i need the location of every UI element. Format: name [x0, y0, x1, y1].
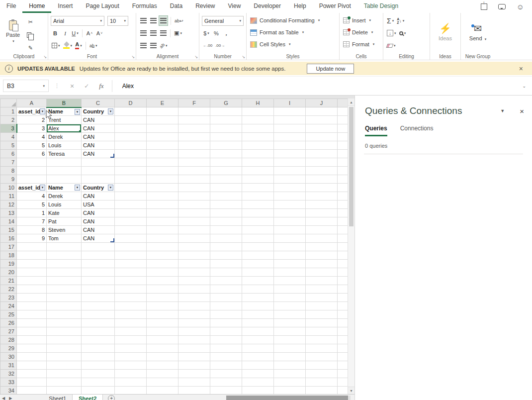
- cell-G18[interactable]: [210, 251, 242, 260]
- cell-A20[interactable]: [17, 268, 47, 277]
- number-format-select[interactable]: General▾: [202, 16, 244, 26]
- cell-I21[interactable]: [274, 277, 306, 285]
- cell-C23[interactable]: [82, 294, 115, 302]
- cell-I33[interactable]: [274, 378, 306, 387]
- cell-H7[interactable]: [242, 158, 274, 167]
- cell-J25[interactable]: [306, 310, 338, 319]
- cell-B29[interactable]: [47, 344, 82, 353]
- cell-E29[interactable]: [147, 344, 178, 353]
- cell-E2[interactable]: [147, 116, 178, 124]
- cell-G29[interactable]: [210, 344, 242, 353]
- cell-J30[interactable]: [306, 353, 338, 361]
- cell-J19[interactable]: [306, 260, 338, 268]
- cell-D13[interactable]: [115, 209, 147, 217]
- cell-C26[interactable]: [82, 319, 115, 327]
- cell-G4[interactable]: [210, 133, 242, 141]
- cell-I4[interactable]: [274, 133, 306, 141]
- cell-H20[interactable]: [242, 268, 274, 277]
- cell-C7[interactable]: [82, 158, 115, 167]
- row-header-27[interactable]: 27: [0, 327, 17, 336]
- ribbon-tab-page-layout[interactable]: Page Layout: [79, 0, 125, 13]
- cell-I12[interactable]: [274, 200, 306, 209]
- row-header-7[interactable]: 7: [0, 158, 17, 167]
- cell-D11[interactable]: [115, 192, 147, 200]
- cell-B20[interactable]: [47, 268, 82, 277]
- cell-G7[interactable]: [210, 158, 242, 167]
- cell-B26[interactable]: [47, 319, 82, 327]
- sheet-tab-sheet2[interactable]: Sheet2: [73, 395, 103, 400]
- cell-H12[interactable]: [242, 200, 274, 209]
- cell-A1[interactable]: asset_id▼: [17, 107, 47, 116]
- row-header-3[interactable]: 3: [0, 124, 17, 133]
- cell-E7[interactable]: [147, 158, 178, 167]
- cell-A28[interactable]: [17, 336, 47, 344]
- cell-G3[interactable]: [210, 124, 242, 133]
- sheet-tab-sheet1[interactable]: Sheet1: [43, 395, 73, 400]
- cell-G9[interactable]: [210, 175, 242, 184]
- cell-B22[interactable]: [47, 285, 82, 294]
- cell-C4[interactable]: CAN: [82, 133, 115, 141]
- cell-D2[interactable]: [115, 116, 147, 124]
- cell-J18[interactable]: [306, 251, 338, 260]
- cell-J21[interactable]: [306, 277, 338, 285]
- new-sheet-button[interactable]: +: [108, 395, 115, 400]
- column-header-I[interactable]: I: [274, 99, 306, 107]
- cell-A12[interactable]: 5: [17, 200, 47, 209]
- cell-D14[interactable]: [115, 217, 147, 226]
- vertical-scrollbar[interactable]: ▲ ▼: [348, 99, 355, 394]
- column-header-E[interactable]: E: [147, 99, 178, 107]
- cell-I28[interactable]: [274, 336, 306, 344]
- cell-I29[interactable]: [274, 344, 306, 353]
- vertical-scrollbar-thumb[interactable]: [349, 107, 354, 226]
- cell-I22[interactable]: [274, 285, 306, 294]
- cell-A30[interactable]: [17, 353, 47, 361]
- row-header-18[interactable]: 18: [0, 251, 17, 260]
- row-header-30[interactable]: 30: [0, 353, 17, 361]
- decrease-indent-button[interactable]: [139, 40, 148, 51]
- cell-H14[interactable]: [242, 217, 274, 226]
- send-button[interactable]: ✉ Send ▾: [462, 14, 493, 50]
- sort-filter-button[interactable]: AZ↓▾: [396, 15, 405, 26]
- cell-J20[interactable]: [306, 268, 338, 277]
- cell-F4[interactable]: [178, 133, 210, 141]
- cell-D28[interactable]: [115, 336, 147, 344]
- filter-button[interactable]: ▼: [40, 185, 45, 191]
- cell-J11[interactable]: [306, 192, 338, 200]
- cell-F22[interactable]: [178, 285, 210, 294]
- find-select-button[interactable]: ▾: [398, 28, 407, 38]
- cell-I15[interactable]: [274, 226, 306, 234]
- cell-G12[interactable]: [210, 200, 242, 209]
- cell-B6[interactable]: Teresa: [47, 150, 82, 158]
- cell-J23[interactable]: [306, 294, 338, 302]
- cell-B4[interactable]: Derek: [47, 133, 82, 141]
- cell-F1[interactable]: [178, 107, 210, 116]
- cell-J2[interactable]: [306, 116, 338, 124]
- cell-H34[interactable]: [242, 387, 274, 395]
- font-name-select[interactable]: Arial▾: [51, 16, 104, 26]
- confirm-entry-icon[interactable]: ✓: [84, 83, 89, 90]
- cell-H8[interactable]: [242, 167, 274, 175]
- cell-H33[interactable]: [242, 378, 274, 387]
- row-header-16[interactable]: 16: [0, 234, 17, 243]
- cell-D6[interactable]: [115, 150, 147, 158]
- cell-E12[interactable]: [147, 200, 178, 209]
- cell-H24[interactable]: [242, 302, 274, 310]
- cell-H9[interactable]: [242, 175, 274, 184]
- cell-E9[interactable]: [147, 175, 178, 184]
- cell-E20[interactable]: [147, 268, 178, 277]
- cell-H27[interactable]: [242, 327, 274, 336]
- row-header-2[interactable]: 2: [0, 116, 17, 124]
- cell-H19[interactable]: [242, 260, 274, 268]
- cell-B31[interactable]: [47, 361, 82, 370]
- cell-F33[interactable]: [178, 378, 210, 387]
- cell-C17[interactable]: [82, 243, 115, 251]
- cell-F32[interactable]: [178, 370, 210, 378]
- row-header-17[interactable]: 17: [0, 243, 17, 251]
- cell-B15[interactable]: Steven: [47, 226, 82, 234]
- cell-F23[interactable]: [178, 294, 210, 302]
- cell-F16[interactable]: [178, 234, 210, 243]
- percent-button[interactable]: %: [212, 28, 221, 38]
- update-now-button[interactable]: Update now: [307, 64, 354, 74]
- increase-indent-button[interactable]: [149, 40, 158, 51]
- cell-A27[interactable]: [17, 327, 47, 336]
